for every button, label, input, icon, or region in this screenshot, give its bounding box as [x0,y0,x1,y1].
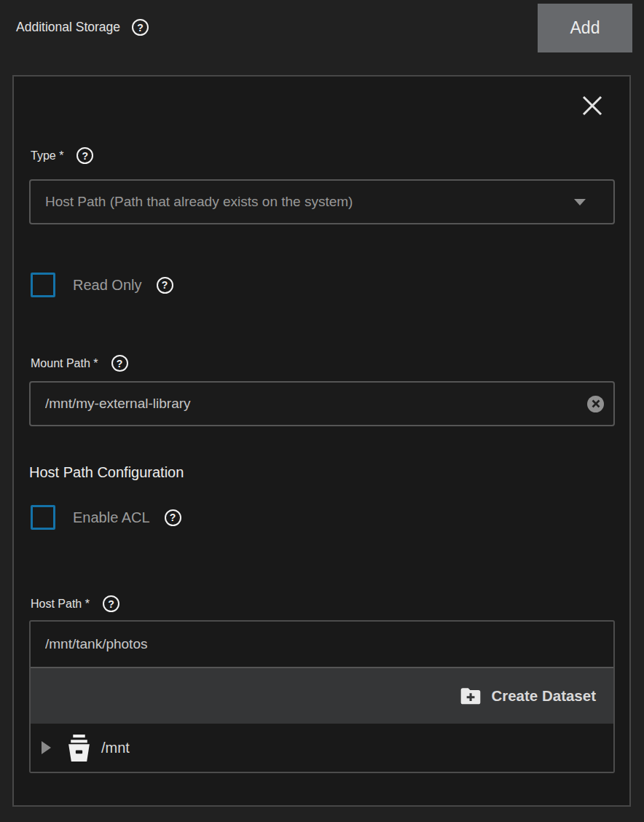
folder-plus-icon [459,684,482,708]
help-icon[interactable]: ? [76,147,93,164]
clear-input-button[interactable] [587,396,604,412]
section-header: Additional Storage ? [16,19,149,36]
help-icon[interactable]: ? [165,509,181,526]
mount-path-label-row: Mount Path * ? [31,355,128,372]
enable-acl-label: Enable ACL [73,509,150,526]
read-only-checkbox[interactable] [31,273,55,297]
host-path-input[interactable] [31,622,613,667]
host-path-label-row: Host Path * ? [31,595,119,612]
close-icon [581,95,603,117]
help-icon[interactable]: ? [132,19,149,36]
help-icon[interactable]: ? [103,595,119,612]
read-only-label: Read Only [73,277,142,294]
type-select-value: Host Path (Path that already exists on t… [45,194,353,210]
type-label: Type * [31,149,63,163]
host-path-label: Host Path * [31,598,90,611]
mount-path-input-wrap [29,381,615,426]
additional-storage-page: Additional Storage ? Add Type * ? Host P… [0,0,644,822]
type-label-row: Type * ? [31,147,93,164]
expand-arrow-icon[interactable] [42,741,51,754]
dataset-icon [66,734,93,762]
create-dataset-button[interactable]: Create Dataset [459,684,596,708]
read-only-row: Read Only ? [31,273,173,297]
add-button[interactable]: Add [538,4,632,52]
host-path-input-row [31,622,613,668]
host-path-configuration-heading: Host Path Configuration [29,464,184,481]
help-icon[interactable]: ? [111,355,128,372]
tree-row-mnt[interactable]: /mnt [31,724,613,772]
page-title: Additional Storage [16,20,120,35]
mount-path-input[interactable] [31,383,587,425]
type-select[interactable]: Host Path (Path that already exists on t… [29,179,615,224]
enable-acl-row: Enable ACL ? [31,505,181,530]
clear-icon [592,399,600,408]
enable-acl-checkbox[interactable] [31,505,55,530]
tree-item-label: /mnt [101,740,130,756]
mount-path-label: Mount Path * [31,357,98,370]
help-icon[interactable]: ? [157,277,173,294]
storage-item-panel: Type * ? Host Path (Path that already ex… [12,75,631,807]
create-dataset-label: Create Dataset [491,687,596,705]
close-button[interactable] [576,90,608,122]
file-browser-toolbar: Create Dataset [31,668,613,724]
host-path-file-browser: Create Dataset /mnt [29,620,615,773]
chevron-down-icon [574,199,586,206]
